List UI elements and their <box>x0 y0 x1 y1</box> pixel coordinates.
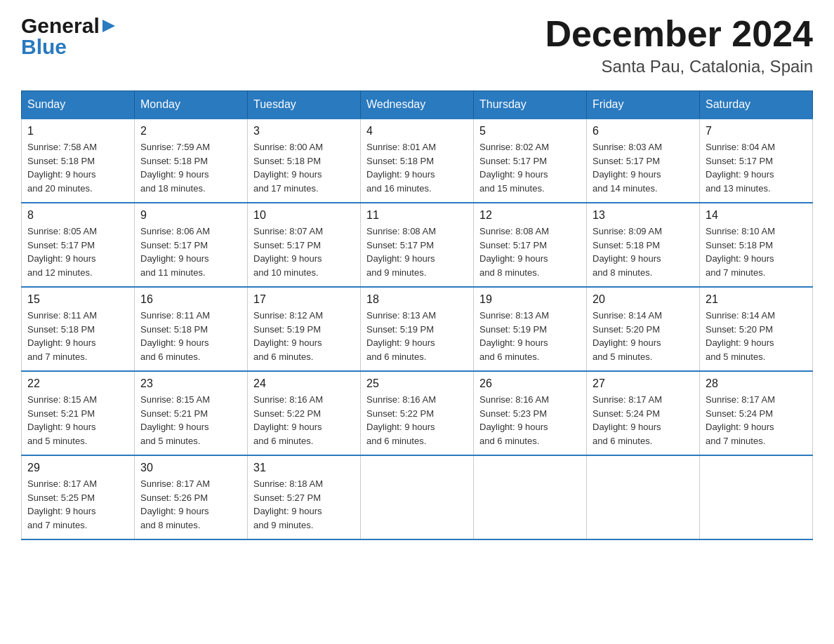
day-number: 5 <box>479 125 581 137</box>
day-number: 19 <box>479 293 581 306</box>
calendar-cell: 1 Sunrise: 7:58 AMSunset: 5:18 PMDayligh… <box>22 119 135 203</box>
calendar-cell: 31 Sunrise: 8:18 AMSunset: 5:27 PMDaylig… <box>248 455 361 539</box>
day-number: 29 <box>27 462 128 474</box>
day-number: 7 <box>706 125 807 137</box>
calendar-cell <box>474 455 587 539</box>
day-info: Sunrise: 8:02 AMSunset: 5:17 PMDaylight:… <box>479 140 581 195</box>
day-info: Sunrise: 8:15 AMSunset: 5:21 PMDaylight:… <box>140 393 241 448</box>
header-saturday: Saturday <box>700 91 813 119</box>
day-number: 28 <box>706 377 807 390</box>
day-number: 25 <box>366 377 468 390</box>
calendar-cell: 15 Sunrise: 8:11 AMSunset: 5:18 PMDaylig… <box>22 287 135 371</box>
svg-marker-0 <box>102 20 115 32</box>
day-info: Sunrise: 8:16 AMSunset: 5:22 PMDaylight:… <box>253 393 355 448</box>
day-number: 11 <box>366 209 468 222</box>
day-number: 31 <box>253 462 355 474</box>
calendar-cell: 27 Sunrise: 8:17 AMSunset: 5:24 PMDaylig… <box>587 371 700 455</box>
title-block: December 2024 Santa Pau, Catalonia, Spai… <box>545 14 813 76</box>
day-info: Sunrise: 8:17 AMSunset: 5:26 PMDaylight:… <box>140 477 241 532</box>
day-info: Sunrise: 8:13 AMSunset: 5:19 PMDaylight:… <box>479 309 581 363</box>
logo-arrow-icon <box>101 18 117 34</box>
calendar-table: Sunday Monday Tuesday Wednesday Thursday… <box>21 90 813 540</box>
calendar-cell: 22 Sunrise: 8:15 AMSunset: 5:21 PMDaylig… <box>22 371 135 455</box>
day-info: Sunrise: 8:11 AMSunset: 5:18 PMDaylight:… <box>27 309 128 363</box>
day-info: Sunrise: 8:00 AMSunset: 5:18 PMDaylight:… <box>253 140 355 195</box>
calendar-cell: 2 Sunrise: 7:59 AMSunset: 5:18 PMDayligh… <box>135 119 248 203</box>
day-number: 16 <box>140 293 241 306</box>
day-info: Sunrise: 8:11 AMSunset: 5:18 PMDaylight:… <box>140 309 241 363</box>
day-number: 20 <box>593 293 694 306</box>
header-wednesday: Wednesday <box>361 91 474 119</box>
calendar-cell: 8 Sunrise: 8:05 AMSunset: 5:17 PMDayligh… <box>22 203 135 287</box>
header-friday: Friday <box>587 91 700 119</box>
day-number: 4 <box>366 125 468 137</box>
calendar-cell <box>700 455 813 539</box>
day-info: Sunrise: 8:09 AMSunset: 5:18 PMDaylight:… <box>593 224 694 279</box>
calendar-cell: 20 Sunrise: 8:14 AMSunset: 5:20 PMDaylig… <box>587 287 700 371</box>
logo-general-text: General <box>21 14 100 38</box>
day-info: Sunrise: 8:07 AMSunset: 5:17 PMDaylight:… <box>253 224 355 279</box>
calendar-cell: 12 Sunrise: 8:08 AMSunset: 5:17 PMDaylig… <box>474 203 587 287</box>
calendar-header: Sunday Monday Tuesday Wednesday Thursday… <box>22 91 813 119</box>
day-number: 3 <box>253 125 355 137</box>
day-number: 9 <box>140 209 241 222</box>
page-header: General Blue December 2024 Santa Pau, Ca… <box>21 14 813 76</box>
day-number: 10 <box>253 209 355 222</box>
day-info: Sunrise: 8:08 AMSunset: 5:17 PMDaylight:… <box>366 224 468 279</box>
day-number: 22 <box>27 377 128 390</box>
day-info: Sunrise: 8:05 AMSunset: 5:17 PMDaylight:… <box>27 224 128 279</box>
day-info: Sunrise: 8:16 AMSunset: 5:23 PMDaylight:… <box>479 393 581 448</box>
day-number: 6 <box>593 125 694 137</box>
day-info: Sunrise: 8:10 AMSunset: 5:18 PMDaylight:… <box>706 224 807 279</box>
month-title: December 2024 <box>545 14 813 54</box>
calendar-cell: 21 Sunrise: 8:14 AMSunset: 5:20 PMDaylig… <box>700 287 813 371</box>
calendar-cell: 16 Sunrise: 8:11 AMSunset: 5:18 PMDaylig… <box>135 287 248 371</box>
day-info: Sunrise: 8:14 AMSunset: 5:20 PMDaylight:… <box>706 309 807 363</box>
calendar-cell: 28 Sunrise: 8:17 AMSunset: 5:24 PMDaylig… <box>700 371 813 455</box>
header-monday: Monday <box>135 91 248 119</box>
day-info: Sunrise: 8:17 AMSunset: 5:24 PMDaylight:… <box>593 393 694 448</box>
calendar-cell: 13 Sunrise: 8:09 AMSunset: 5:18 PMDaylig… <box>587 203 700 287</box>
logo: General Blue <box>21 14 117 59</box>
day-info: Sunrise: 8:17 AMSunset: 5:24 PMDaylight:… <box>706 393 807 448</box>
calendar-cell: 18 Sunrise: 8:13 AMSunset: 5:19 PMDaylig… <box>361 287 474 371</box>
calendar-cell: 4 Sunrise: 8:01 AMSunset: 5:18 PMDayligh… <box>361 119 474 203</box>
day-number: 17 <box>253 293 355 306</box>
calendar-cell: 7 Sunrise: 8:04 AMSunset: 5:17 PMDayligh… <box>700 119 813 203</box>
day-number: 21 <box>706 293 807 306</box>
day-info: Sunrise: 8:18 AMSunset: 5:27 PMDaylight:… <box>253 477 355 532</box>
day-number: 18 <box>366 293 468 306</box>
calendar-cell: 9 Sunrise: 8:06 AMSunset: 5:17 PMDayligh… <box>135 203 248 287</box>
calendar-cell: 25 Sunrise: 8:16 AMSunset: 5:22 PMDaylig… <box>361 371 474 455</box>
day-info: Sunrise: 8:03 AMSunset: 5:17 PMDaylight:… <box>593 140 694 195</box>
calendar-cell: 23 Sunrise: 8:15 AMSunset: 5:21 PMDaylig… <box>135 371 248 455</box>
day-number: 2 <box>140 125 241 137</box>
day-info: Sunrise: 8:13 AMSunset: 5:19 PMDaylight:… <box>366 309 468 363</box>
day-number: 14 <box>706 209 807 222</box>
day-number: 15 <box>27 293 128 306</box>
header-tuesday: Tuesday <box>248 91 361 119</box>
day-info: Sunrise: 8:06 AMSunset: 5:17 PMDaylight:… <box>140 224 241 279</box>
day-number: 30 <box>140 462 241 474</box>
calendar-cell: 3 Sunrise: 8:00 AMSunset: 5:18 PMDayligh… <box>248 119 361 203</box>
day-info: Sunrise: 8:08 AMSunset: 5:17 PMDaylight:… <box>479 224 581 279</box>
header-sunday: Sunday <box>22 91 135 119</box>
location-subtitle: Santa Pau, Catalonia, Spain <box>545 57 813 76</box>
day-number: 26 <box>479 377 581 390</box>
calendar-cell: 30 Sunrise: 8:17 AMSunset: 5:26 PMDaylig… <box>135 455 248 539</box>
day-info: Sunrise: 7:58 AMSunset: 5:18 PMDaylight:… <box>27 140 128 195</box>
day-info: Sunrise: 8:17 AMSunset: 5:25 PMDaylight:… <box>27 477 128 532</box>
day-info: Sunrise: 8:01 AMSunset: 5:18 PMDaylight:… <box>366 140 468 195</box>
day-info: Sunrise: 8:16 AMSunset: 5:22 PMDaylight:… <box>366 393 468 448</box>
day-number: 12 <box>479 209 581 222</box>
calendar-cell: 17 Sunrise: 8:12 AMSunset: 5:19 PMDaylig… <box>248 287 361 371</box>
calendar-cell: 11 Sunrise: 8:08 AMSunset: 5:17 PMDaylig… <box>361 203 474 287</box>
calendar-cell: 6 Sunrise: 8:03 AMSunset: 5:17 PMDayligh… <box>587 119 700 203</box>
calendar-cell: 5 Sunrise: 8:02 AMSunset: 5:17 PMDayligh… <box>474 119 587 203</box>
logo-blue-text: Blue <box>21 35 67 59</box>
calendar-body: 1 Sunrise: 7:58 AMSunset: 5:18 PMDayligh… <box>22 119 813 539</box>
calendar-cell <box>587 455 700 539</box>
day-number: 1 <box>27 125 128 137</box>
day-number: 23 <box>140 377 241 390</box>
day-number: 27 <box>593 377 694 390</box>
